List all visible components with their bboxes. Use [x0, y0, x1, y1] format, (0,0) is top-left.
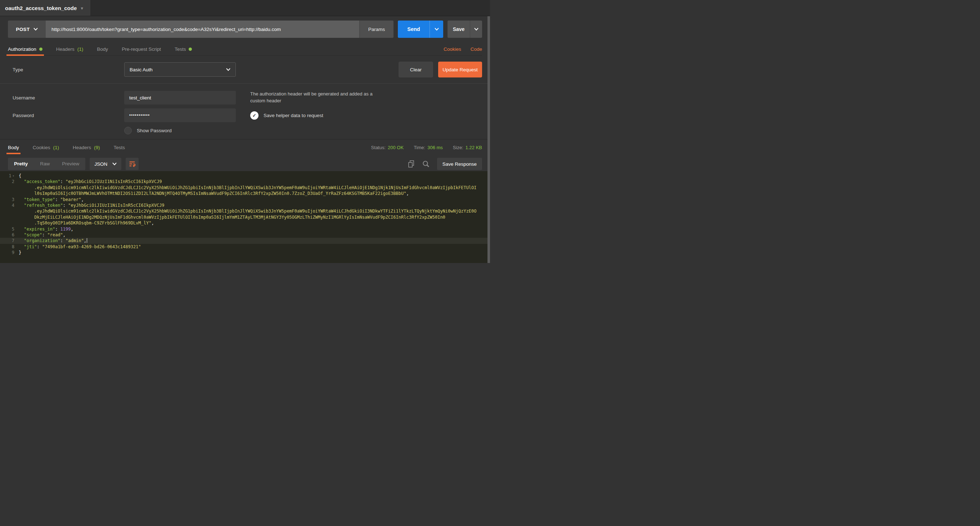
status-badge: Status:200 OK — [371, 145, 404, 150]
chevron-down-icon — [112, 163, 117, 165]
copy-icon — [407, 160, 415, 168]
tab-tests[interactable]: Tests — [175, 43, 192, 56]
update-request-button[interactable]: Update Request — [438, 62, 482, 78]
code-line: 7 "organization": "admin", — [0, 238, 487, 244]
code-link[interactable]: Code — [471, 46, 482, 52]
tab-body[interactable]: Body — [97, 43, 108, 56]
chevron-down-icon — [33, 28, 38, 30]
chevron-down-icon[interactable]: ▼ — [80, 5, 84, 10]
response-tab-tests[interactable]: Tests — [114, 141, 125, 154]
tab-authorization[interactable]: Authorization — [8, 43, 43, 56]
fold-caret-icon[interactable]: ▾ — [13, 173, 14, 179]
url-row: POST http://host1:8000/oauth/token?grant… — [8, 21, 482, 38]
wrap-lines-button[interactable] — [126, 158, 138, 170]
save-options-button[interactable] — [470, 21, 482, 38]
chevron-down-icon — [226, 68, 231, 71]
wrap-lines-icon — [128, 160, 136, 168]
type-label: Type — [13, 67, 124, 72]
auth-type-row: Type Basic Auth Clear Update Request — [0, 56, 490, 83]
copy-button[interactable] — [407, 160, 415, 168]
size-badge: Size:1.22 KB — [453, 145, 482, 150]
method-select[interactable]: POST — [8, 21, 46, 38]
response-tabs: Body Cookies (1) Headers (9) Tests Statu… — [0, 139, 490, 156]
auth-type-select[interactable]: Basic Auth — [124, 62, 236, 77]
view-raw[interactable]: Raw — [34, 158, 56, 170]
toolbar-right: Save Response — [407, 158, 482, 170]
show-password-row: Show Password — [124, 127, 236, 134]
code-line: 3 "token_type": "bearer", — [0, 197, 487, 202]
params-button[interactable]: Params — [359, 21, 393, 38]
response-body-editor: 1▾{2 "access_token": "eyJhbGciOiJIUzI1Ni… — [0, 171, 487, 263]
url-input[interactable]: http://host1:8000/oauth/token?grant_type… — [46, 21, 359, 38]
password-field[interactable]: ••••••••••• — [124, 108, 236, 122]
response-tab-headers[interactable]: Headers (9) — [73, 141, 100, 154]
save-helper-label: Save helper data to request — [264, 113, 323, 118]
response-toolbar: Pretty Raw Preview JSON Save Res — [0, 156, 490, 172]
save-button[interactable]: Save — [447, 21, 470, 38]
send-button[interactable]: Send — [398, 21, 430, 38]
view-preview[interactable]: Preview — [56, 158, 85, 170]
code-line: 2 "access_token": "eyJhbGciOiJIUzI1NiIsI… — [0, 179, 487, 185]
chevron-down-icon — [434, 28, 439, 30]
text-cursor — [87, 238, 88, 243]
response-meta: Status:200 OK Time:306 ms Size:1.22 KB — [371, 145, 482, 150]
search-button[interactable] — [422, 160, 430, 168]
request-tab-title: oauth2_access_token_code — [5, 5, 77, 11]
code-line: l0sImp0aSI6Ijc0OTBhMWJmLWVhOTMtNDI2OS1iZ… — [0, 191, 487, 196]
save-button-group: Save — [447, 21, 482, 38]
password-label: Password — [13, 113, 124, 118]
tab-headers[interactable]: Headers (1) — [56, 43, 84, 56]
show-password-toggle[interactable] — [124, 127, 132, 134]
code-line: .eyJhdWQiOlsicm91cmNlc2lkIiwidGVzdCJdLCJ… — [0, 185, 487, 191]
request-tabs: Authorization Headers (1) Body Pre-reque… — [8, 43, 482, 56]
time-badge: Time:306 ms — [414, 145, 443, 150]
vertical-scrollbar[interactable] — [487, 16, 490, 263]
language-select[interactable]: JSON — [90, 158, 121, 170]
tab-pre-request-script[interactable]: Pre-request Script — [122, 43, 161, 56]
top-bar: oauth2_access_token_code ▼ — [0, 0, 490, 16]
code-line: .eyJhdWQiOlsicm91cmNlc2lkIiwidGVzdCJdLCJ… — [0, 208, 487, 214]
auth-helper-text: The authorization header will be generat… — [250, 91, 374, 105]
show-password-label: Show Password — [137, 128, 172, 133]
method-label: POST — [16, 27, 30, 32]
code-line: 9} — [0, 250, 487, 255]
code-line: 4 "refresh_token": "eyJhbGciOiJIUzI1NiIs… — [0, 202, 487, 208]
view-switcher: Pretty Raw Preview — [8, 158, 85, 170]
save-response-button[interactable]: Save Response — [437, 158, 482, 170]
code-line: 1▾{ — [0, 173, 487, 179]
code-line: .TqS0oyO0IP1a6DKROsqbm-C9ZFrbSGlFh969DLv… — [0, 220, 487, 226]
username-field[interactable]: test_client — [124, 91, 236, 105]
code-line: 6 "scope": "read", — [0, 232, 487, 238]
send-button-group: Send — [398, 21, 443, 38]
green-dot-icon — [39, 48, 43, 51]
save-helper-checkbox[interactable]: ✓ — [250, 111, 258, 120]
response-tab-body[interactable]: Body — [8, 141, 19, 154]
code-line: DkzMjEiLCJleHAiOjE1NDg2MDQzNjUsImF1dGhvc… — [0, 214, 487, 220]
code-lines: 1▾{2 "access_token": "eyJhbGciOiJIUzI1Ni… — [0, 173, 487, 255]
username-label: Username — [13, 95, 124, 100]
request-builder: POST http://host1:8000/oauth/token?grant… — [0, 16, 490, 56]
auth-fields: Username test_client The authorization h… — [0, 84, 490, 139]
chevron-down-icon — [474, 28, 479, 30]
cookies-link[interactable]: Cookies — [444, 46, 461, 52]
auth-actions: Clear Update Request — [399, 62, 482, 78]
send-options-button[interactable] — [430, 21, 443, 38]
request-links: Cookies Code — [444, 46, 482, 52]
request-tab[interactable]: oauth2_access_token_code ▼ — [0, 0, 91, 16]
green-dot-icon — [189, 48, 192, 51]
code-line: 8 "jti": "7490a1bf-ea93-4269-bd26-0643c1… — [0, 244, 487, 250]
clear-button[interactable]: Clear — [399, 62, 433, 78]
save-helper-row: ✓ Save helper data to request — [250, 111, 482, 120]
search-icon — [422, 160, 430, 168]
view-pretty[interactable]: Pretty — [8, 158, 34, 170]
response-tab-cookies[interactable]: Cookies (1) — [33, 141, 59, 154]
code-line: 5 "expires_in": 1199, — [0, 226, 487, 232]
headers-count: (1) — [77, 46, 84, 52]
